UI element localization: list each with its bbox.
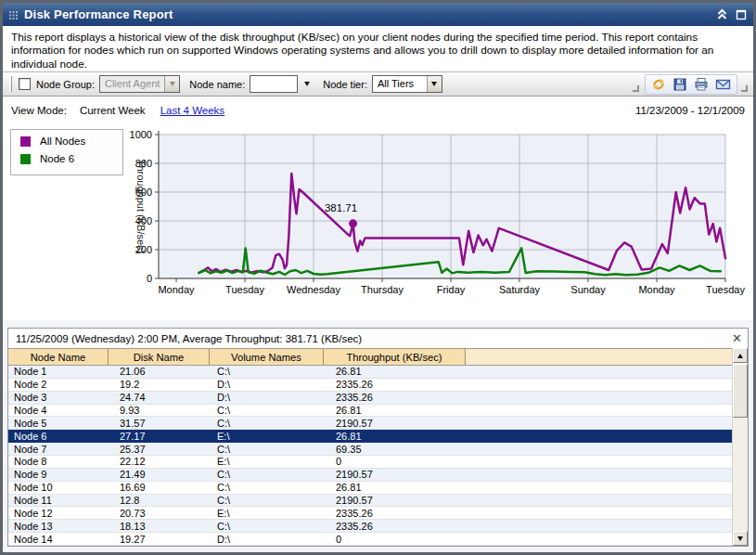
close-icon[interactable]: ✕ [732, 332, 742, 344]
table-cell: 2335.26 [324, 379, 466, 390]
table-cell: Node 1 [8, 366, 109, 377]
column-header[interactable]: Node Name [8, 349, 109, 365]
y-tick-label: 0 [147, 273, 152, 284]
table-cell: 21.06 [109, 366, 210, 377]
table-row[interactable]: Node 1419.27D:\0 [8, 533, 732, 546]
table-cell: Node 9 [8, 469, 109, 480]
x-tick-label: Tuesday [225, 284, 264, 295]
table-cell: Node 6 [8, 431, 109, 442]
point-annotation: 381.71 [325, 202, 357, 213]
y-tick-label: 1000 [130, 129, 152, 140]
table-row[interactable]: Node 1016.69C:\26.81 [8, 482, 732, 495]
maximize-button[interactable] [736, 9, 747, 20]
x-tick-label: Friday [437, 284, 466, 295]
table-cell: Node 8 [8, 456, 109, 467]
report-window: Disk Performance Report This report disp… [0, 0, 756, 555]
table-cell: Node 4 [8, 405, 109, 416]
report-description: This report displays a historical view o… [3, 26, 753, 71]
node-name-dropdown-icon[interactable] [301, 80, 314, 88]
table-cell: 26.81 [324, 482, 466, 493]
chart-legend: All NodesNode 6 [10, 129, 123, 175]
node-group-checkbox[interactable] [19, 78, 31, 90]
table-header-row: Node NameDisk NameVolume NamesThroughput… [8, 348, 748, 366]
node-group-label: Node Group: [36, 79, 95, 90]
scroll-down-icon[interactable] [733, 531, 748, 546]
legend-swatch-icon [20, 154, 31, 164]
x-tick-label: Wednesday [287, 284, 340, 295]
table-row[interactable]: Node 531.57C:\2190.57 [8, 417, 732, 430]
table-row[interactable]: Node 822.12E:\0 [8, 456, 732, 469]
table-cell: 19.27 [109, 534, 210, 545]
toolbar-overflow-icon [741, 85, 748, 92]
drilldown-title: 11/25/2009 (Wednesday) 2:00 PM, Average … [16, 333, 362, 344]
table-cell: 2335.26 [324, 521, 466, 532]
toolbar-grip-handle[interactable] [9, 76, 12, 92]
table-cell: Node 12 [8, 508, 109, 519]
node-group-value: Client Agent [100, 76, 164, 92]
table-row[interactable]: Node 1318.13C:\2335.26 [8, 520, 732, 533]
scrollbar-thumb[interactable] [733, 364, 748, 418]
table-row[interactable]: Node 1220.73E:\2335.26 [8, 507, 732, 520]
table-cell: Node 14 [8, 534, 109, 545]
email-icon[interactable] [715, 77, 731, 92]
table-cell: D:\ [210, 379, 324, 390]
x-tick-label: Monday [638, 284, 675, 295]
table-cell: E:\ [210, 431, 324, 442]
column-header[interactable]: Volume Names [210, 349, 324, 365]
column-header[interactable]: Disk Name [109, 349, 210, 365]
table-cell: D:\ [210, 534, 324, 545]
table-cell: 20.73 [109, 508, 210, 519]
node-tier-select[interactable]: All Tiers [372, 75, 442, 93]
table-cell: Node 5 [8, 418, 109, 429]
table-cell: 2190.57 [324, 469, 466, 480]
drilldown-header-bar: 11/25/2009 (Wednesday) 2:00 PM, Average … [8, 329, 748, 348]
print-icon[interactable] [694, 77, 709, 92]
table-cell: Node 7 [8, 444, 109, 455]
view-mode-label: View Mode: [11, 105, 67, 116]
view-mode-last-4-weeks-link[interactable]: Last 4 Weeks [160, 105, 224, 116]
table-cell: Node 3 [8, 392, 109, 403]
table-row-selected[interactable]: Node 627.17E:\26.81 [8, 430, 732, 443]
table-cell: Node 13 [8, 521, 109, 532]
scroll-up-icon[interactable] [733, 348, 748, 363]
view-mode-current-week[interactable]: Current Week [80, 105, 146, 116]
column-header-filler [466, 349, 748, 365]
node-name-label: Node name: [189, 79, 245, 90]
table-cell: 27.17 [109, 431, 210, 442]
table-cell: 21.49 [109, 469, 210, 480]
x-tick-label: Sunday [570, 284, 606, 295]
save-icon[interactable] [673, 77, 687, 92]
table-row[interactable]: Node 725.37C:\69.35 [8, 443, 732, 456]
throughput-chart[interactable]: 02004006008001000MondayTuesdayWednesdayT… [122, 123, 749, 309]
table-row[interactable]: Node 921.49C:\2190.57 [8, 469, 732, 482]
selected-point-marker[interactable] [349, 219, 357, 227]
collapse-button[interactable] [716, 8, 728, 20]
table-row[interactable]: Node 1112.8C:\2190.57 [8, 495, 732, 508]
table-row[interactable]: Node 219.2D:\2335.26 [8, 379, 732, 392]
table-cell: D:\ [210, 392, 324, 403]
table-cell: 0 [324, 456, 466, 467]
table-cell: 22.12 [109, 456, 210, 467]
table-row[interactable]: Node 49.93C:\26.81 [8, 405, 732, 418]
filter-toolbar: Node Group: Client Agent Node name: Node… [3, 71, 753, 97]
table-cell: 25.37 [109, 444, 210, 455]
refresh-icon[interactable] [651, 77, 666, 92]
table-cell: C:\ [210, 482, 324, 493]
table-cell: Node 11 [8, 495, 109, 506]
table-row[interactable]: Node 324.74D:\2335.26 [8, 392, 732, 405]
column-header[interactable]: Throughput (KB/sec) [324, 349, 466, 365]
table-cell: C:\ [210, 469, 324, 480]
title-bar: Disk Performance Report [3, 3, 753, 26]
table-cell: 9.93 [109, 405, 210, 416]
table-row[interactable]: Node 121.06C:\26.81 [8, 366, 732, 379]
x-tick-label: Tuesday [706, 284, 745, 295]
table-cell: 69.35 [324, 444, 466, 455]
toolbar-actions [645, 74, 737, 95]
vertical-scrollbar[interactable] [732, 348, 748, 546]
node-tier-label: Node tier: [323, 79, 367, 90]
y-axis-title: Throughput (KB/sec) [135, 160, 147, 254]
node-name-input[interactable] [250, 75, 298, 93]
legend-label: All Nodes [40, 136, 85, 147]
node-tier-dropdown-icon [427, 76, 442, 92]
table-cell: 2335.26 [324, 508, 466, 519]
